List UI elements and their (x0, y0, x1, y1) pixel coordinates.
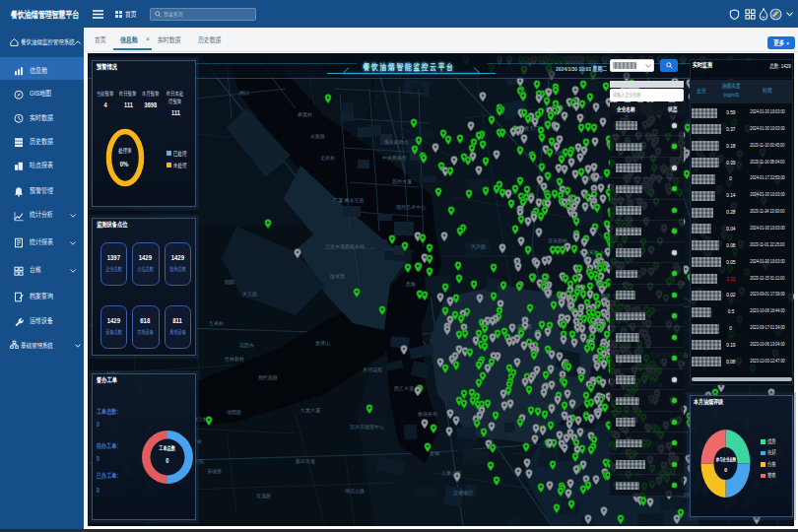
svg-text:汽兴路: 汽兴路 (471, 243, 486, 250)
svg-text:绿园路: 绿园路 (227, 409, 241, 416)
svg-text:苏州大厦: 苏州大厦 (392, 178, 412, 185)
svg-text:龙背山: 龙背山 (315, 340, 330, 346)
svg-text:花园头: 花园头 (239, 342, 254, 349)
svg-text:春湖美邻: 春湖美邻 (418, 411, 437, 417)
svg-text:麻窝村: 麻窝村 (298, 111, 312, 118)
svg-text:宜兴市国贸中心: 宜兴市国贸中心 (350, 424, 384, 431)
svg-text:水富路: 水富路 (310, 133, 325, 139)
svg-text:海关邮政点: 海关邮政点 (384, 139, 409, 146)
svg-text:徐家营: 徐家营 (329, 273, 345, 280)
svg-text:现代艺术中心: 现代艺术中心 (396, 204, 426, 211)
svg-text:关王路: 关王路 (242, 291, 257, 297)
svg-text:湖滨公路: 湖滨公路 (345, 488, 365, 495)
svg-text:中央商务区: 中央商务区 (382, 155, 407, 161)
svg-text:西施: 西施 (406, 281, 416, 288)
svg-text:荆邑南路: 荆邑南路 (258, 374, 278, 380)
svg-text:西汇大道: 西汇大道 (394, 385, 414, 392)
svg-text:交通银行: 交通银行 (453, 490, 473, 497)
svg-text:宜城: 宜城 (430, 450, 439, 456)
svg-text:关径花苑: 关径花苑 (363, 366, 382, 373)
svg-text:毛家村: 毛家村 (320, 155, 335, 162)
svg-text:茶东新村: 茶东新村 (548, 237, 567, 244)
svg-text:广厦 豫水宝苑: 广厦 豫水宝苑 (333, 197, 364, 204)
svg-text:江北大道西延长线: 江北大道西延长线 (325, 243, 365, 250)
svg-text:朝阳: 朝阳 (225, 279, 234, 286)
svg-text:闸口: 闸口 (239, 90, 249, 97)
svg-text:竹林新村: 竹林新村 (225, 356, 244, 363)
svg-text:久龙大厦: 久龙大厦 (300, 407, 320, 414)
svg-text:东坡路: 东坡路 (207, 468, 222, 474)
svg-text:五布村: 五布村 (209, 320, 224, 327)
svg-text:宜浦路: 宜浦路 (256, 493, 271, 499)
svg-text:新庄街道: 新庄街道 (296, 458, 315, 465)
